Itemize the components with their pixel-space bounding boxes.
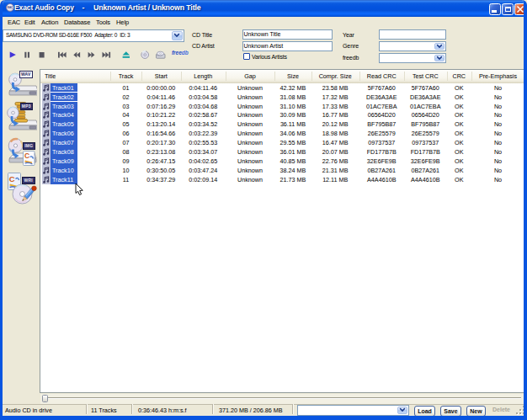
svg-text:C: C: [24, 152, 29, 160]
svg-text:C: C: [8, 173, 14, 183]
